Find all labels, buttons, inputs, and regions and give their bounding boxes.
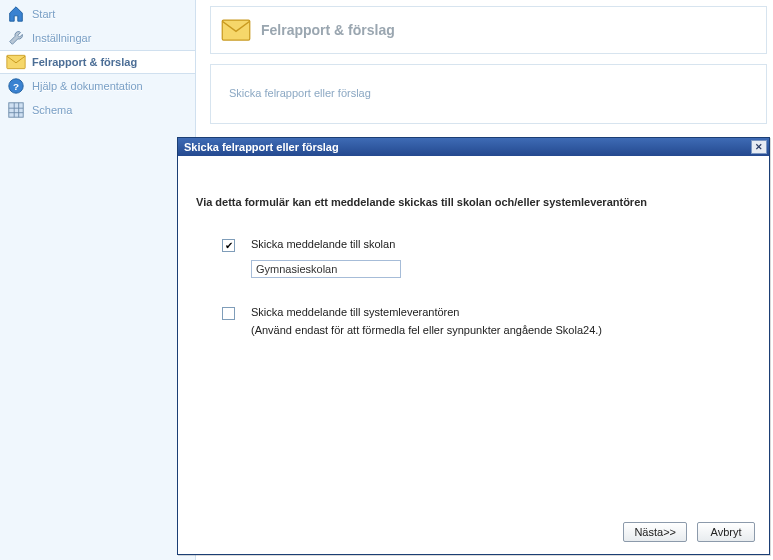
sidebar-item-schema[interactable]: Schema [0,98,195,122]
sidebar-item-label: Felrapport & förslag [32,56,137,68]
option-school-row: ✔ Skicka meddelande till skolan [222,238,751,252]
close-button[interactable]: ✕ [751,140,767,154]
cancel-button[interactable]: Avbryt [697,522,755,542]
next-button[interactable]: Nästa>> [623,522,687,542]
content-intro: Skicka felrapport eller förslag [229,87,371,99]
dialog-title: Skicka felrapport eller förslag [184,141,339,153]
grid-icon [6,100,26,120]
sidebar-item-settings[interactable]: Inställningar [0,26,195,50]
envelope-icon [6,52,26,72]
option-vendor-row: Skicka meddelande till systemleverantöre… [222,306,751,336]
option-vendor-note: (Använd endast för att förmedla fel elle… [251,324,602,336]
option-vendor-label: Skicka meddelande till systemleverantöre… [251,306,602,318]
sidebar-item-label: Hjälp & dokumentation [32,80,143,92]
sidebar-item-help[interactable]: ? Hjälp & dokumentation [0,74,195,98]
sidebar: Start Inställningar Felrapport & förslag… [0,0,196,560]
content-panel: Skicka felrapport eller förslag [210,64,767,124]
svg-rect-3 [9,103,23,117]
wrench-icon [6,28,26,48]
help-icon: ? [6,76,26,96]
dialog-intro: Via detta formulär kan ett meddelande sk… [196,196,751,208]
dialog-footer: Nästa>> Avbryt [178,520,769,554]
page-title: Felrapport & förslag [261,22,395,38]
envelope-icon [221,15,251,45]
dialog-body: Via detta formulär kan ett meddelande sk… [178,156,769,520]
dialog-felrapport: Skicka felrapport eller förslag ✕ Via de… [177,137,770,555]
sidebar-item-label: Start [32,8,55,20]
header-panel: Felrapport & förslag [210,6,767,54]
dialog-titlebar: Skicka felrapport eller förslag ✕ [178,138,769,156]
school-field [251,260,751,278]
home-icon [6,4,26,24]
sidebar-item-felrapport[interactable]: Felrapport & förslag [0,50,195,74]
sidebar-item-label: Inställningar [32,32,91,44]
sidebar-item-label: Schema [32,104,72,116]
close-icon: ✕ [755,143,763,152]
checkmark-icon: ✔ [225,240,233,251]
svg-rect-8 [222,20,250,40]
checkbox-school[interactable]: ✔ [222,239,235,252]
svg-rect-0 [7,55,25,68]
svg-text:?: ? [13,81,19,92]
checkbox-vendor[interactable] [222,307,235,320]
option-school-label: Skicka meddelande till skolan [251,238,395,250]
sidebar-item-start[interactable]: Start [0,2,195,26]
school-input[interactable] [251,260,401,278]
